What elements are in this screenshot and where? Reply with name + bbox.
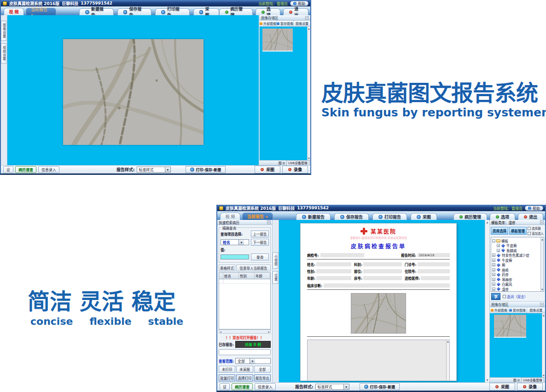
collapse-icon[interactable]: −: [492, 239, 495, 242]
tab-video[interactable]: 视 频: [220, 213, 240, 220]
capture-button[interactable]: 采图: [193, 8, 220, 15]
info-entry-button[interactable]: 信息录入: [255, 383, 276, 390]
quick-search-button[interactable]: 病历速查: [15, 166, 36, 173]
next-report-button[interactable]: 下一报告: [251, 239, 269, 246]
records-table[interactable]: 姓名 性别 年龄: [219, 272, 271, 329]
close-icon[interactable]: ×: [267, 220, 271, 224]
new-report-button[interactable]: 新建报告: [79, 8, 113, 15]
expand-icon[interactable]: +: [497, 249, 500, 252]
report-style-dropdown[interactable]: 标准样式 ▼: [315, 384, 349, 390]
import-info-button[interactable]: 信息导入当前报告: [236, 265, 271, 271]
print-report-button[interactable]: 打印报告: [155, 8, 189, 15]
capture-button[interactable]: 采图: [411, 213, 437, 220]
template-tree-item[interactable]: + 湿疹: [492, 287, 540, 292]
template-tree-item[interactable]: + 特发性色素减少症: [492, 253, 540, 258]
expand-icon[interactable]: +: [497, 244, 500, 247]
capture-image-button[interactable]: 采图: [489, 383, 515, 391]
help-button[interactable]: ? 帮助: [290, 1, 308, 6]
help-button[interactable]: ? 帮助: [525, 206, 543, 211]
template-tree-item[interactable]: + 痤疮: [492, 267, 540, 272]
template-manage-button[interactable]: 模板管理: [509, 227, 527, 235]
tab-current-report[interactable]: 当前报告 «: [26, 8, 56, 15]
cert-button[interactable]: 证: [220, 383, 230, 390]
temp-image-button[interactable]: 暂存图像: [277, 21, 294, 26]
append-checkbox[interactable]: [528, 232, 531, 235]
prev-report-button[interactable]: 上一报告: [251, 231, 269, 237]
record-video-button[interactable]: 录像: [282, 166, 308, 173]
selector-checkbox[interactable]: [528, 227, 531, 230]
vertical-scrollbar[interactable]: ▲▼: [485, 220, 489, 382]
filter-uncaptured-button[interactable]: 未采图: [236, 366, 253, 373]
report-findings-textarea[interactable]: ▲: [307, 340, 450, 381]
query-item-dropdown[interactable]: 姓名 ▼: [221, 239, 249, 245]
print-save-new-button[interactable]: 打印-保存-新建: [186, 166, 226, 173]
save-report-button[interactable]: 保存报告: [117, 8, 151, 15]
table-style-button[interactable]: 表格样式: [219, 265, 235, 271]
vertical-scrollbar[interactable]: ▲▼: [307, 27, 310, 160]
filter-unprinted-button[interactable]: 未打印: [219, 366, 235, 373]
query-button[interactable]: 查询: [251, 254, 269, 260]
image-settings-button[interactable]: 图像设置: [294, 21, 310, 26]
side-tab-position[interactable]: 位置: [273, 271, 279, 284]
select-print-button[interactable]: 选择打印: [236, 375, 253, 381]
print-save-new-button[interactable]: 打印-保存-新建: [360, 383, 400, 390]
records-manage-button[interactable]: 病历管理: [219, 8, 252, 15]
library-select-button[interactable]: 类库选择: [491, 227, 508, 235]
select-word-checkbox[interactable]: [503, 295, 506, 298]
new-report-button[interactable]: 新建报告: [296, 213, 331, 220]
template-tree-item[interactable]: + 鱼鳞病: [492, 248, 540, 253]
expand-icon[interactable]: +: [492, 259, 495, 262]
template-tree-item[interactable]: + 药疹: [492, 272, 540, 277]
side-tab-image-settings[interactable]: 图像设置: [1, 21, 7, 41]
expand-icon[interactable]: +: [492, 268, 495, 271]
char-insert-button[interactable]: 字: [491, 293, 500, 300]
records-manage-button[interactable]: 病历管理: [453, 213, 487, 220]
exit-button[interactable]: 退出: [283, 8, 308, 15]
close-icon[interactable]: ×: [540, 303, 544, 306]
record-video-button[interactable]: 录像: [517, 383, 543, 391]
saved-report-field[interactable]: [219, 349, 271, 355]
image-thumbnail[interactable]: [494, 315, 526, 338]
options-button[interactable]: 选项: [256, 8, 281, 15]
batch-print-button[interactable]: 批量打印: [219, 375, 235, 381]
close-icon[interactable]: ×: [540, 220, 544, 224]
view-range-dropdown[interactable]: 全部 ▼: [235, 358, 271, 364]
export-report-button[interactable]: 报告导出: [254, 375, 271, 381]
filter-all-button[interactable]: 全部: [254, 366, 271, 373]
capture-image-button[interactable]: 采图: [255, 166, 280, 173]
table-row[interactable]: [219, 279, 270, 284]
info-entry-button[interactable]: 信息录入: [38, 166, 59, 173]
exit-button[interactable]: 退出: [518, 213, 543, 220]
save-report-button[interactable]: 保存报告: [334, 213, 369, 220]
external-image-button[interactable]: 外部图像: [490, 307, 508, 313]
template-tree-item[interactable]: + 牛皮癣: [492, 258, 540, 263]
image-thumbnail[interactable]: [262, 29, 293, 52]
expand-icon[interactable]: +: [492, 278, 495, 281]
side-tab-miniview[interactable]: 小视图: [273, 252, 279, 269]
quick-search-button[interactable]: 病历速查: [232, 383, 253, 390]
report-style-dropdown[interactable]: 标准样式 ▼: [137, 167, 171, 173]
cert-button[interactable]: 证: [3, 166, 13, 173]
template-tree-item[interactable]: + 癣: [492, 263, 540, 268]
expand-icon[interactable]: +: [492, 282, 495, 286]
print-report-button[interactable]: 打印报告: [372, 213, 407, 220]
temp-image-button[interactable]: 暂存图像: [508, 307, 527, 313]
template-tree-item[interactable]: + 荨麻疹: [492, 277, 540, 282]
template-tree-item[interactable]: + 白癜风: [492, 282, 540, 287]
vertical-scrollbar[interactable]: ▲: [446, 340, 449, 381]
query-value-input[interactable]: [221, 254, 249, 259]
close-icon[interactable]: ×: [305, 16, 309, 20]
vertical-scrollbar[interactable]: ▲▼: [542, 313, 545, 377]
expand-icon[interactable]: +: [492, 254, 495, 257]
image-settings-button[interactable]: 图像设置: [527, 307, 545, 313]
external-image-button[interactable]: 外部图像: [260, 21, 277, 26]
template-tree-root[interactable]: − 模板: [492, 238, 540, 243]
horizontal-scrollbar[interactable]: ◄►: [219, 329, 271, 334]
side-tab-video-settings[interactable]: 视频设置: [1, 43, 7, 63]
vertical-scrollbar[interactable]: ▲▼: [540, 237, 544, 291]
expand-icon[interactable]: +: [492, 273, 495, 276]
template-tree-item[interactable]: + 牛皮癣: [492, 243, 540, 248]
options-button[interactable]: 选项: [490, 213, 515, 220]
tab-video[interactable]: 视 频: [4, 8, 24, 15]
expand-icon[interactable]: +: [492, 263, 495, 266]
